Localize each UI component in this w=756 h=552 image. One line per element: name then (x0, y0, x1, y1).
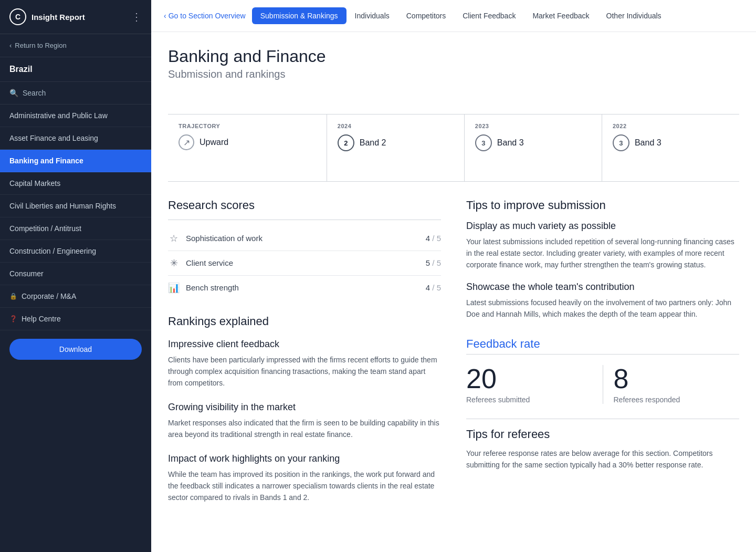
score-value: 4 / 5 (426, 234, 441, 243)
nav-tabs: Submission & RankingsIndividualsCompetit… (252, 7, 670, 24)
question-icon: ❓ (9, 315, 17, 322)
year-label: 2024 (338, 123, 454, 129)
tip-block: Showcase the whole team's contribution L… (466, 282, 739, 320)
tip-block-text: Your latest submissions included repetit… (466, 236, 739, 271)
score-icon: ☆ (168, 233, 180, 244)
year-label: 2023 (475, 123, 591, 129)
tips-referees-section: Tips for referees Your referee response … (466, 419, 739, 471)
rankings-blocks: Impressive client feedback Clients have … (168, 339, 441, 504)
sidebar-item-admin[interactable]: Administrative and Public Law (0, 105, 151, 127)
trajectory-text: Upward (200, 138, 228, 147)
sidebar-item-competition[interactable]: Competition / Antitrust (0, 217, 151, 240)
trajectory-year-2022: 2022 3 Band 3 (602, 114, 739, 181)
left-column: Research scores ☆ Sophistication of work… (168, 199, 441, 537)
sidebar-item-banking[interactable]: Banking and Finance (0, 150, 151, 172)
right-column: Tips to improve submission Display as mu… (466, 199, 739, 537)
search-label: Search (23, 89, 46, 97)
sidebar-item-label: Construction / Engineering (9, 247, 96, 255)
scores-divider (168, 220, 441, 220)
tip-block: Display as much variety as possible Your… (466, 221, 739, 271)
sidebar-item-capital[interactable]: Capital Markets (0, 172, 151, 195)
tip-block-text: Latest submissions focused heavily on th… (466, 297, 739, 320)
rankings-explained-title: Rankings explained (168, 315, 441, 328)
sidebar-item-consumer[interactable]: Consumer (0, 263, 151, 285)
score-denom: / 5 (430, 258, 441, 267)
ranking-block-text: Market responses also indicated that the… (168, 417, 441, 441)
download-button[interactable]: Download (9, 339, 142, 360)
year-band: 2 Band 2 (338, 134, 454, 151)
top-navigation: ‹ Go to Section Overview Submission & Ra… (151, 0, 756, 32)
tips-submission-title: Tips to improve submission (466, 199, 739, 212)
tips-referees-divider (466, 419, 739, 419)
ranking-block-text: Clients have been particularly impressed… (168, 354, 441, 389)
score-row: 📊 Bench strength 4 / 5 (168, 276, 441, 300)
lock-icon: 🔒 (9, 293, 17, 300)
tips-referees-title: Tips for referees (466, 428, 739, 441)
research-scores-section: Research scores ☆ Sophistication of work… (168, 199, 441, 300)
ranking-block: Impact of work highlights on your rankin… (168, 453, 441, 504)
ranking-block-text: While the team has improved its position… (168, 468, 441, 504)
sidebar-item-label: Corporate / M&A (22, 292, 76, 300)
referees-responded-label: Referees responded (614, 395, 740, 404)
tab-client_feedback[interactable]: Client Feedback (454, 7, 524, 24)
main-panel: ‹ Go to Section Overview Submission & Ra… (151, 0, 756, 552)
score-row: ✳ Client service 5 / 5 (168, 251, 441, 276)
tips-blocks: Display as much variety as possible Your… (466, 221, 739, 320)
tip-block-title: Showcase the whole team's contribution (466, 282, 739, 293)
sidebar-item-label: Capital Markets (9, 179, 60, 188)
trajectory-arrow: ↗ (178, 134, 194, 150)
menu-dots-icon[interactable]: ⋮ (131, 11, 142, 23)
score-label: Sophistication of work (186, 234, 419, 243)
trajectory-year-2023: 2023 3 Band 3 (465, 114, 602, 181)
sidebar-item-label: Civil Liberties and Human Rights (9, 202, 116, 210)
tab-other_individuals[interactable]: Other Individuals (598, 7, 670, 24)
feedback-rate-title: Feedback rate (466, 337, 739, 351)
tab-market_feedback[interactable]: Market Feedback (524, 7, 597, 24)
year-band: 3 Band 3 (613, 134, 729, 151)
return-to-region-link[interactable]: ‹ Return to Region (0, 34, 151, 57)
feedback-stats: 20 Referees submitted 8 Referees respond… (466, 365, 739, 404)
band-badge: 3 (475, 134, 492, 151)
sidebar-item-label: Administrative and Public Law (9, 111, 108, 120)
search-button[interactable]: 🔍 Search (0, 82, 151, 105)
sidebar-item-label: Competition / Antitrust (9, 224, 81, 233)
research-scores-title: Research scores (168, 199, 441, 212)
logo-icon: C (9, 8, 26, 25)
score-value: 4 / 5 (426, 283, 441, 292)
chevron-left-icon: ‹ (164, 12, 166, 20)
sidebar-item-label: Consumer (9, 269, 44, 278)
rankings-explained-section: Rankings explained Impressive client fee… (168, 315, 441, 504)
trajectory-table: TRAJECTORY ↗ Upward 2024 2 Band 2 2023 3… (168, 114, 739, 181)
sidebar-item-label: Asset Finance and Leasing (9, 134, 98, 142)
score-denom: / 5 (430, 283, 441, 292)
sidebar-logo-area: C Insight Report (9, 8, 85, 25)
tips-referees-text: Your referee response rates are below av… (466, 447, 739, 471)
page-title: Banking and Finance (168, 47, 739, 66)
return-to-region-label: Return to Region (15, 41, 66, 49)
tab-submission[interactable]: Submission & Rankings (252, 7, 346, 24)
page-title-block: Banking and Finance Submission and ranki… (168, 47, 739, 101)
sidebar-item-corporate[interactable]: 🔒Corporate / M&A (0, 285, 151, 308)
chevron-left-icon: ‹ (9, 41, 12, 49)
sidebar: C Insight Report ⋮ ‹ Return to Region Br… (0, 0, 151, 552)
score-label: Bench strength (186, 283, 419, 292)
back-to-section-link[interactable]: ‹ Go to Section Overview (164, 12, 246, 20)
year-band: 3 Band 3 (475, 134, 591, 151)
help-centre-label: Help Centre (22, 315, 61, 323)
sidebar-item-civil[interactable]: Civil Liberties and Human Rights (0, 195, 151, 217)
referees-responded-stat: 8 Referees responded (603, 365, 740, 404)
referees-submitted-number: 20 (466, 365, 592, 392)
sidebar-title: Insight Report (32, 13, 85, 22)
back-link-label: Go to Section Overview (169, 12, 246, 20)
score-value: 5 / 5 (426, 258, 441, 267)
sidebar-item-construction[interactable]: Construction / Engineering (0, 240, 151, 263)
sidebar-item-help[interactable]: ❓ Help Centre (0, 308, 151, 330)
ranking-block: Impressive client feedback Clients have … (168, 339, 441, 389)
tab-competitors[interactable]: Competitors (398, 7, 454, 24)
score-row: ☆ Sophistication of work 4 / 5 (168, 226, 441, 251)
tab-individuals[interactable]: Individuals (346, 7, 398, 24)
ranking-block-title: Impressive client feedback (168, 339, 441, 350)
score-icon: 📊 (168, 282, 180, 294)
ranking-block-title: Impact of work highlights on your rankin… (168, 453, 441, 464)
sidebar-item-asset[interactable]: Asset Finance and Leasing (0, 127, 151, 150)
